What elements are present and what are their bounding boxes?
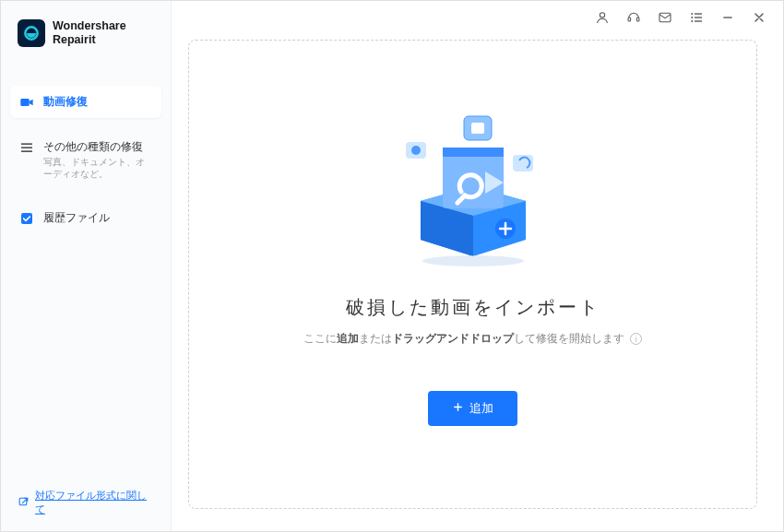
import-subtext: ここに追加またはドラッグアンドドロップして修復を開始します i <box>303 331 642 347</box>
minimize-icon[interactable] <box>720 10 735 25</box>
supported-formats-link[interactable]: 対応ファイル形式に関して <box>1 474 171 531</box>
plus-icon <box>452 401 464 416</box>
sidebar-item-history[interactable]: 履歴ファイル <box>10 202 161 234</box>
titlebar <box>172 1 783 34</box>
svg-rect-24 <box>443 148 504 157</box>
svg-rect-5 <box>21 213 32 224</box>
sidebar-item-label: 履歴ファイル <box>43 210 110 226</box>
sidebar-item-other-repair[interactable]: その他の種類の修復 写真、ドキュメント、オーディオなど。 <box>10 131 161 189</box>
svg-rect-2 <box>21 143 32 145</box>
svg-point-21 <box>411 146 421 155</box>
user-icon[interactable] <box>595 10 610 25</box>
svg-point-26 <box>422 255 524 266</box>
sidebar-item-label: 動画修復 <box>43 94 88 110</box>
support-icon[interactable] <box>626 10 641 25</box>
svg-rect-8 <box>628 18 631 21</box>
brand-row: Wondershare Repairit <box>1 1 171 64</box>
app-logo-icon <box>18 19 45 47</box>
sidebar: Wondershare Repairit 動画修復 その他の種類の修復 写真、ド… <box>1 1 172 531</box>
close-icon[interactable] <box>752 10 766 25</box>
list-icon[interactable] <box>689 10 704 25</box>
content: 破損した動画をインポート ここに追加またはドラッグアンドドロップして修復を開始し… <box>172 34 783 531</box>
svg-rect-3 <box>21 147 32 148</box>
svg-rect-17 <box>723 17 731 18</box>
video-icon <box>19 95 34 110</box>
sidebar-nav: 動画修復 その他の種類の修復 写真、ドキュメント、オーディオなど。 履歴ファイル <box>1 64 171 247</box>
external-link-icon <box>18 496 30 510</box>
svg-rect-14 <box>695 13 702 14</box>
sidebar-item-sublabel: 写真、ドキュメント、オーディオなど。 <box>43 157 152 181</box>
sidebar-item-video-repair[interactable]: 動画修復 <box>10 86 161 118</box>
svg-point-12 <box>691 17 693 18</box>
svg-rect-15 <box>695 17 702 18</box>
mail-icon[interactable] <box>658 10 672 25</box>
import-heading: 破損した動画をインポート <box>346 295 600 320</box>
svg-point-7 <box>600 13 604 18</box>
import-illustration <box>376 111 570 267</box>
svg-rect-4 <box>21 150 32 152</box>
menu-icon <box>19 140 34 155</box>
svg-point-13 <box>691 20 693 22</box>
svg-rect-16 <box>695 20 702 21</box>
svg-rect-1 <box>20 99 29 106</box>
svg-rect-19 <box>471 123 484 134</box>
svg-point-11 <box>691 13 693 15</box>
drop-zone[interactable]: 破損した動画をインポート ここに追加またはドラッグアンドドロップして修復を開始し… <box>188 40 757 509</box>
svg-rect-9 <box>636 18 639 21</box>
brand-name: Wondershare Repairit <box>53 19 126 47</box>
main-area: 破損した動画をインポート ここに追加またはドラッグアンドドロップして修復を開始し… <box>172 1 783 531</box>
svg-rect-10 <box>659 13 671 21</box>
add-button[interactable]: 追加 <box>428 391 517 426</box>
check-icon <box>19 211 34 226</box>
sidebar-item-label: その他の種類の修復 <box>43 139 152 155</box>
svg-rect-6 <box>19 498 27 505</box>
info-icon[interactable]: i <box>630 333 642 345</box>
